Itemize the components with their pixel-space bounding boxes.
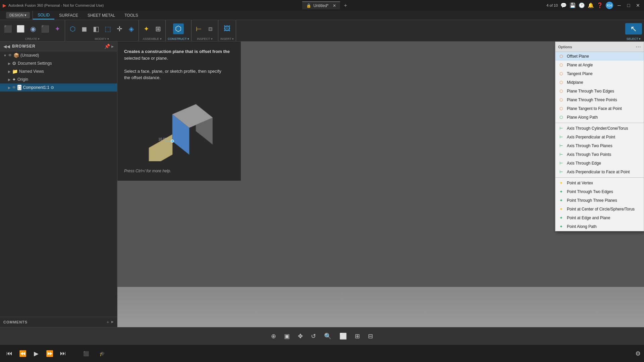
menu-item-tangent-plane[interactable]: ⬡ Tangent Plane: [555, 69, 644, 78]
timeline-icon-1[interactable]: ⬛: [80, 348, 92, 360]
browser-tree: ▼ 👁 📦 (Unsaved) ▶ ⚙ Document Settings ▶ …: [0, 51, 117, 92]
menu-item-point-three-planes[interactable]: ✦ Point Through Three Planes: [555, 196, 644, 205]
design-button[interactable]: DESIGN ▾: [6, 12, 30, 18]
menu-dots-icon[interactable]: ⋯: [636, 44, 641, 50]
assemble-new-comp-btn[interactable]: ✦: [141, 24, 152, 34]
user-avatar[interactable]: KH: [606, 2, 613, 9]
menu-item-label: Axis Through Cylinder/Cone/Torus: [567, 126, 628, 131]
step-forward-btn[interactable]: ⏩: [44, 348, 56, 360]
title-bar-right: 4 of 10 💬 💾 🕐 🔔 ❓ KH ─ □ ✕: [546, 2, 641, 9]
browser-item-doc-settings[interactable]: ▶ ⚙ Document Settings: [0, 59, 117, 67]
menu-item-plane-at-angle[interactable]: ⬡ Plane at Angle: [555, 61, 644, 69]
tab-untitled[interactable]: 🔒 Untitled* ✕: [302, 1, 340, 9]
modify-chamfer-btn[interactable]: ◧: [91, 24, 101, 34]
menu-item-point-center-circle[interactable]: ✦ Point at Center of Circle/Sphere/Torus: [555, 205, 644, 214]
tab-close-icon[interactable]: ✕: [333, 3, 336, 8]
modify-shell-btn[interactable]: ⬚: [102, 24, 113, 34]
browser-label: BROWSER: [12, 44, 36, 49]
step-back-btn[interactable]: ⏪: [17, 348, 29, 360]
maximize-button[interactable]: □: [625, 2, 632, 9]
comments-expand-icon[interactable]: ▸: [111, 319, 114, 325]
browser-item-named-views[interactable]: ▶ 📁 Named Views: [0, 67, 117, 75]
menu-item-offset-plane[interactable]: ⬡ Offset Plane: [555, 52, 644, 61]
tab-tools[interactable]: TOOLS: [120, 12, 143, 19]
modify-move-btn[interactable]: ✛: [114, 24, 125, 34]
create-extrude-btn[interactable]: ⬜: [15, 24, 26, 34]
comments-add-icon[interactable]: ＋: [106, 319, 110, 325]
tab-solid[interactable]: SOLID: [33, 11, 54, 19]
sidebar-expand-icon[interactable]: ▸: [111, 44, 114, 49]
insert-image-btn[interactable]: 🖼: [222, 24, 232, 34]
point-two-edges-icon: ✦: [558, 189, 564, 195]
tab-surface[interactable]: SURFACE: [54, 12, 83, 19]
menu-item-point-two-edges[interactable]: ✦ Point Through Two Edges: [555, 187, 644, 196]
assemble-joint-btn[interactable]: ⊞: [153, 24, 163, 34]
menu-item-axis-perp-point[interactable]: ⊢ Axis Perpendicular at Point: [555, 133, 644, 141]
tab-count: 4 of 10: [546, 3, 558, 7]
sidebar: ◀◀ BROWSER 📌 ▸ ▼ 👁 📦 (Unsaved) ▶ ⚙ Docum…: [0, 42, 117, 327]
menu-item-axis-through-edge[interactable]: ⊢ Axis Through Edge: [555, 159, 644, 168]
bell-icon[interactable]: 🔔: [588, 2, 594, 8]
browser-item-unsaved[interactable]: ▼ 👁 📦 (Unsaved): [0, 51, 117, 59]
skip-end-btn[interactable]: ⏭: [57, 348, 69, 360]
grid-btn[interactable]: ⊟: [365, 331, 376, 341]
save-icon[interactable]: 💾: [570, 2, 576, 8]
browser-item-component[interactable]: ▶ 👁 □ Component1:1 ⊙: [0, 83, 117, 92]
sidebar-pin-icon[interactable]: 📌: [104, 44, 110, 49]
snap-btn[interactable]: ⊕: [268, 331, 279, 341]
axis-cylinder-icon: ⊢: [558, 125, 564, 131]
zoom-btn[interactable]: 🔍: [321, 331, 334, 341]
bottom-toolbar: ⊕ ▣ ✥ ↺ 🔍 ⬜ ⊞ ⊟: [0, 327, 644, 345]
orbit-btn[interactable]: ↺: [308, 331, 319, 341]
add-tab-button[interactable]: ＋: [343, 2, 348, 9]
minimize-button[interactable]: ─: [616, 2, 623, 9]
tangent-plane-icon: ⬡: [558, 71, 564, 77]
modify-combine-btn[interactable]: ◈: [126, 24, 137, 34]
menu-item-label: Axis Through Two Points: [567, 152, 611, 157]
menu-item-plane-tangent-face-point[interactable]: ⬡ Plane Tangent to Face at Point: [555, 104, 644, 113]
inspect-measure-btn[interactable]: ⊢: [194, 24, 204, 34]
select-button[interactable]: ↖: [625, 23, 642, 35]
sidebar-header-content: ◀◀ BROWSER: [3, 44, 36, 49]
display-settings-btn[interactable]: ⊞: [352, 331, 363, 341]
expand-arrow-icon: ▶: [8, 86, 11, 89]
construct-button[interactable]: ⬡: [173, 23, 184, 34]
pan-btn[interactable]: ✥: [295, 331, 306, 341]
menu-item-axis-two-points[interactable]: ⊢ Axis Through Two Points: [555, 150, 644, 159]
origin-icon: ✦: [12, 77, 16, 82]
viewport[interactable]: Creates a construction plane that is off…: [117, 42, 644, 327]
create-revolve-btn[interactable]: ◉: [28, 24, 38, 34]
back-arrow-icon[interactable]: ◀◀: [3, 44, 10, 49]
close-button[interactable]: ✕: [635, 2, 641, 9]
menu-item-axis-perp-face-point[interactable]: ⊢ Axis Perpendicular to Face at Point: [555, 168, 644, 176]
modify-fillet-btn[interactable]: ◼: [79, 24, 90, 34]
menu-item-point-edge-plane[interactable]: ✦ Point at Edge and Plane: [555, 214, 644, 222]
menu-item-point-vertex[interactable]: ✦ Point at Vertex: [555, 179, 644, 187]
timeline-icon-2[interactable]: 🎓: [96, 348, 108, 360]
menu-item-plane-along-path[interactable]: ⬡ Plane Along Path: [555, 113, 644, 122]
construct-label: CONSTRUCT ▾: [168, 37, 189, 41]
capture-history-btn[interactable]: ▣: [281, 331, 292, 341]
browser-item-origin[interactable]: ▶ ✦ Origin: [0, 75, 117, 83]
inspect-section-btn[interactable]: ⧈: [205, 24, 216, 34]
create-loft-btn[interactable]: ✦: [52, 24, 63, 34]
menu-item-plane-three-points[interactable]: ⬡ Plane Through Three Points: [555, 96, 644, 104]
tab-sheet-metal[interactable]: SHEET METAL: [83, 12, 120, 19]
menu-item-midplane[interactable]: ⬡ Midplane: [555, 78, 644, 87]
menu-item-label: Point Along Path: [567, 224, 597, 229]
skip-start-btn[interactable]: ⏮: [3, 348, 15, 360]
modify-label: MODIFY ▾: [95, 37, 109, 41]
create-sketch-btn[interactable]: ⬛: [2, 24, 14, 34]
comment-icon[interactable]: 💬: [560, 2, 567, 8]
title-bar: ▶ Autodesk Fusion 360 (Personal - Not fo…: [0, 0, 644, 11]
menu-item-point-along-path[interactable]: ✦ Point Along Path: [555, 222, 644, 231]
fit-btn[interactable]: ⬜: [337, 331, 350, 341]
settings-gear-icon[interactable]: ⚙: [635, 350, 641, 357]
play-btn[interactable]: ▶: [30, 348, 42, 360]
modify-press-pull-btn[interactable]: ⬡: [67, 24, 78, 34]
menu-item-axis-two-planes[interactable]: ⊢ Axis Through Two Planes: [555, 141, 644, 150]
help-icon[interactable]: ❓: [597, 2, 603, 8]
create-sweep-btn[interactable]: ⬛: [39, 24, 51, 34]
menu-item-plane-two-edges[interactable]: ⬡ Plane Through Two Edges: [555, 87, 644, 96]
menu-item-axis-cylinder[interactable]: ⊢ Axis Through Cylinder/Cone/Torus: [555, 124, 644, 133]
